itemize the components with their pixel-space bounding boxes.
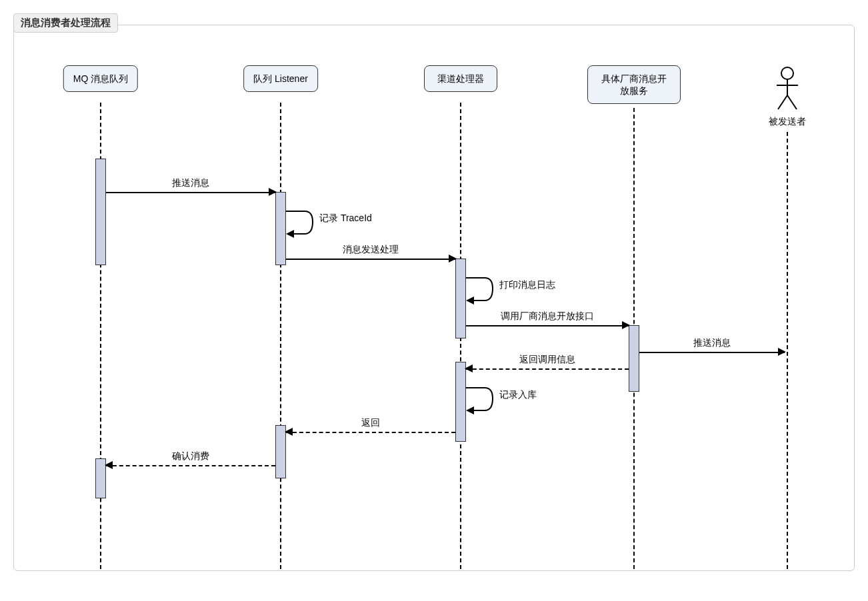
msg-label: 消息发送处理 bbox=[339, 244, 403, 256]
diagram-frame: MQ 消息队列 队列 Listener 渠道处理器 具体厂商消息开放服务 被发送… bbox=[13, 25, 855, 571]
msg-return: 返回 bbox=[286, 432, 455, 432]
arrow-icon bbox=[285, 428, 293, 436]
participant-listener: 队列 Listener bbox=[243, 65, 318, 92]
msg-label: 调用厂商消息开放接口 bbox=[497, 310, 598, 322]
activation-vendor-1 bbox=[629, 325, 639, 392]
msg-push-1: 推送消息 bbox=[106, 192, 275, 193]
msg-push-2: 推送消息 bbox=[639, 352, 785, 352]
msg-label: 打印消息日志 bbox=[499, 279, 555, 291]
msg-label: 记录 TraceId bbox=[319, 213, 372, 225]
msg-label: 确认消费 bbox=[168, 450, 213, 462]
svg-line-4 bbox=[787, 95, 797, 109]
activation-mq-1 bbox=[95, 159, 106, 265]
sequence-diagram: MQ 消息队列 队列 Listener 渠道处理器 具体厂商消息开放服务 被发送… bbox=[34, 65, 834, 550]
arrow-icon bbox=[269, 188, 277, 196]
arrow-icon bbox=[105, 461, 113, 469]
msg-return-call-info: 返回调用信息 bbox=[466, 368, 629, 369]
actor-icon bbox=[774, 65, 801, 112]
svg-marker-7 bbox=[466, 406, 474, 414]
lifeline-listener bbox=[280, 103, 281, 569]
arrow-icon bbox=[465, 364, 473, 372]
msg-label: 返回调用信息 bbox=[515, 354, 579, 366]
svg-marker-6 bbox=[466, 297, 474, 304]
msg-label: 推送消息 bbox=[168, 177, 213, 189]
svg-point-0 bbox=[781, 67, 793, 79]
svg-marker-5 bbox=[286, 230, 294, 238]
msg-label: 推送消息 bbox=[689, 337, 735, 349]
actor-recipient: 被发送者 bbox=[769, 65, 806, 128]
msg-label: 记录入库 bbox=[499, 389, 537, 401]
msg-self-print-log: 打印消息日志 bbox=[466, 275, 499, 308]
actor-label: 被发送者 bbox=[769, 116, 806, 128]
activation-handler-2 bbox=[455, 362, 466, 442]
msg-ack-consume: 确认消费 bbox=[106, 465, 275, 466]
lifeline-recipient bbox=[787, 132, 788, 569]
msg-self-traceid: 记录 TraceId bbox=[286, 209, 319, 241]
msg-label: 返回 bbox=[357, 417, 384, 429]
arrow-icon bbox=[778, 348, 786, 356]
arrow-icon bbox=[622, 321, 630, 329]
arrow-icon bbox=[449, 255, 457, 263]
msg-send-process: 消息发送处理 bbox=[286, 259, 455, 259]
frame-title: 消息消费者处理流程 bbox=[13, 13, 118, 33]
msg-call-vendor: 调用厂商消息开放接口 bbox=[466, 325, 629, 326]
participant-mq: MQ 消息队列 bbox=[63, 65, 138, 92]
msg-self-record-db: 记录入库 bbox=[466, 385, 499, 418]
svg-line-3 bbox=[778, 95, 787, 109]
participant-handler: 渠道处理器 bbox=[424, 65, 497, 92]
participant-vendor: 具体厂商消息开放服务 bbox=[587, 65, 681, 104]
activation-handler-1 bbox=[455, 259, 466, 338]
activation-listener-1 bbox=[275, 192, 286, 265]
